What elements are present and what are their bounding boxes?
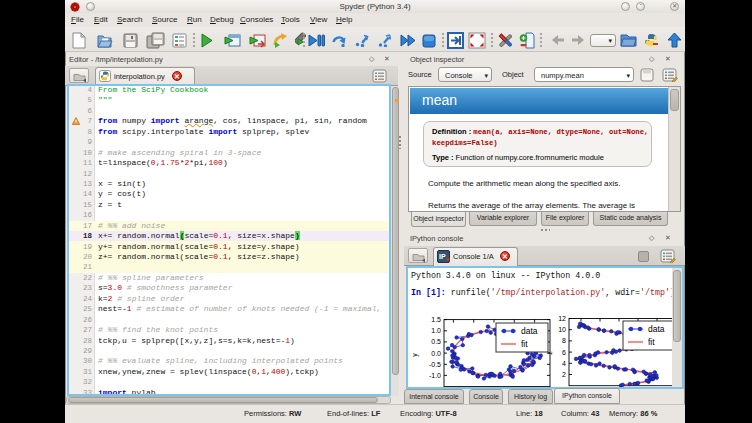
svg-text:data: data (648, 324, 665, 334)
svg-text:y: y (411, 353, 419, 357)
svg-text:-0.5: -0.5 (429, 361, 441, 368)
svg-text:0.5: 0.5 (431, 338, 441, 345)
svg-text:6: 6 (562, 349, 566, 356)
svg-text:fit: fit (521, 339, 528, 349)
svg-text:data: data (521, 326, 538, 336)
svg-text:IP: IP (439, 253, 446, 260)
svg-text:10: 10 (558, 326, 566, 333)
svg-text:-1.0: -1.0 (429, 372, 441, 379)
svg-text:1.0: 1.0 (431, 327, 441, 334)
svg-text:2: 2 (562, 371, 566, 378)
svg-text:4: 4 (562, 360, 566, 367)
svg-text:8: 8 (562, 337, 566, 344)
svg-text:0.0: 0.0 (431, 350, 441, 357)
svg-text:fit: fit (648, 337, 655, 347)
svg-text:12: 12 (558, 315, 566, 322)
svg-text:1.5: 1.5 (431, 316, 441, 323)
